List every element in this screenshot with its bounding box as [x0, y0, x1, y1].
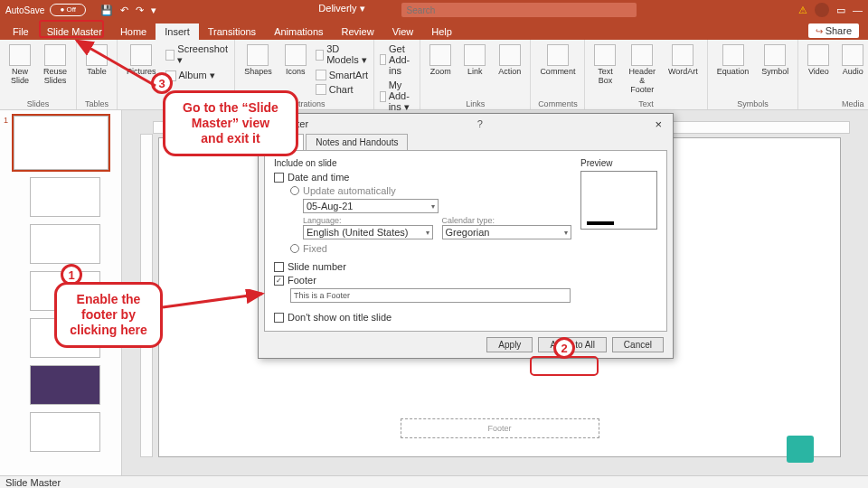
tab-file[interactable]: File — [4, 23, 38, 40]
slide-number-checkbox[interactable] — [274, 262, 284, 272]
layout-thumb[interactable] — [30, 412, 100, 452]
autosave-toggle[interactable]: ● Off — [50, 4, 86, 16]
date-combo[interactable]: 05-Aug-21 — [303, 199, 439, 213]
layout-thumb[interactable] — [30, 365, 100, 405]
fixed-radio[interactable] — [290, 244, 299, 253]
dialog-tab-notes[interactable]: Notes and Handouts — [306, 134, 408, 150]
equation-button[interactable]: Equation — [713, 42, 753, 78]
footer-placeholder[interactable]: Footer — [401, 418, 599, 438]
icons-button[interactable]: Icons — [281, 42, 310, 78]
get-addins-button[interactable]: Get Add-ins — [380, 42, 414, 77]
ribbon-options-icon[interactable]: ▭ — [836, 5, 845, 16]
annotation-callout-3: Go to the “Slide Master” view and exit i… — [163, 90, 298, 156]
tab-home[interactable]: Home — [111, 23, 156, 40]
update-auto-radio[interactable] — [290, 186, 299, 195]
zoom-button[interactable]: Zoom — [426, 42, 455, 78]
ribbon-tabs: File Slide Master Home Insert Transition… — [0, 20, 868, 40]
layout-thumb[interactable] — [30, 177, 100, 217]
document-name[interactable]: Deliverly ▾ — [318, 3, 364, 17]
tab-review[interactable]: Review — [333, 23, 383, 40]
tab-view[interactable]: View — [383, 23, 423, 40]
symbol-button[interactable]: Symbol — [758, 42, 792, 78]
annotation-callout-1: Enable the footer by clicking here — [54, 282, 163, 348]
layout-thumb[interactable] — [30, 224, 100, 264]
annotation-box-applyall — [530, 356, 599, 376]
save-icon[interactable]: 💾 — [100, 5, 113, 16]
link-button[interactable]: Link — [460, 42, 489, 78]
chart-button[interactable]: Chart — [316, 83, 368, 96]
calendar-combo[interactable]: Gregorian — [442, 225, 572, 239]
audio-button[interactable]: Audio — [838, 42, 867, 78]
new-slide-button[interactable]: New Slide — [5, 42, 34, 87]
reuse-slides-button[interactable]: Reuse Slides — [40, 42, 71, 87]
tab-help[interactable]: Help — [422, 23, 461, 40]
include-label: Include on slide — [274, 158, 571, 168]
footer-checkbox[interactable] — [274, 276, 284, 286]
warning-icon[interactable]: ⚠ — [798, 5, 807, 16]
close-icon[interactable]: × — [651, 117, 665, 131]
language-combo[interactable]: English (United States) — [303, 225, 433, 239]
floating-badge[interactable] — [787, 436, 814, 463]
video-button[interactable]: Video — [804, 42, 833, 78]
minimize-icon[interactable]: — — [853, 5, 863, 15]
help-icon[interactable]: ? — [477, 118, 483, 129]
account-avatar[interactable] — [815, 3, 829, 17]
master-thumb[interactable] — [14, 116, 108, 170]
apply-button[interactable]: Apply — [486, 337, 533, 352]
undo-icon[interactable]: ↶ — [120, 5, 128, 16]
comment-button[interactable]: Comment — [536, 42, 579, 78]
wordart-button[interactable]: WordArt — [665, 42, 702, 78]
annotation-num-2: 2 — [553, 337, 575, 359]
share-button[interactable]: ↪ Share — [808, 23, 859, 38]
3d-models-button[interactable]: 3D Models ▾ — [316, 42, 368, 67]
quick-access-toolbar: 💾 ↶ ↷ ▾ — [100, 5, 156, 16]
redo-icon[interactable]: ↷ — [136, 5, 144, 16]
my-addins-button[interactable]: My Add-ins ▾ — [380, 79, 414, 114]
title-bar: AutoSave ● Off 💾 ↶ ↷ ▾ Deliverly ▾ ⚠ ▭ — — [0, 0, 868, 20]
tab-animations[interactable]: Animations — [265, 23, 332, 40]
header-footer-button[interactable]: Header & Footer — [625, 42, 659, 96]
text-box-button[interactable]: Text Box — [590, 42, 619, 87]
header-footer-dialog: nd Footer ? × Slide Notes and Handouts I… — [258, 113, 674, 359]
action-button[interactable]: Action — [495, 42, 524, 78]
footer-input[interactable] — [290, 288, 571, 303]
pictures-button[interactable]: Pictures — [123, 42, 160, 78]
screenshot-button[interactable]: Screenshot ▾ — [165, 42, 230, 67]
tab-insert[interactable]: Insert — [156, 23, 199, 40]
shapes-button[interactable]: Shapes — [241, 42, 276, 78]
noshow-checkbox[interactable] — [274, 313, 284, 323]
date-checkbox[interactable] — [274, 173, 284, 183]
photo-album-button[interactable]: Album ▾ — [165, 69, 230, 82]
qat-more-icon[interactable]: ▾ — [151, 5, 156, 16]
smartart-button[interactable]: SmartArt — [316, 69, 368, 81]
status-bar: Slide Master — [0, 475, 868, 488]
tab-transitions[interactable]: Transitions — [199, 23, 265, 40]
search-input[interactable] — [401, 3, 637, 17]
cancel-button[interactable]: Cancel — [612, 337, 664, 352]
preview-label: Preview — [580, 158, 657, 168]
ribbon: New Slide Reuse Slides Slides Table Tabl… — [0, 40, 868, 110]
autosave-label: AutoSave — [5, 5, 44, 15]
table-button[interactable]: Table — [82, 42, 111, 78]
preview-box — [580, 171, 657, 230]
annotation-box-tab — [39, 20, 104, 38]
